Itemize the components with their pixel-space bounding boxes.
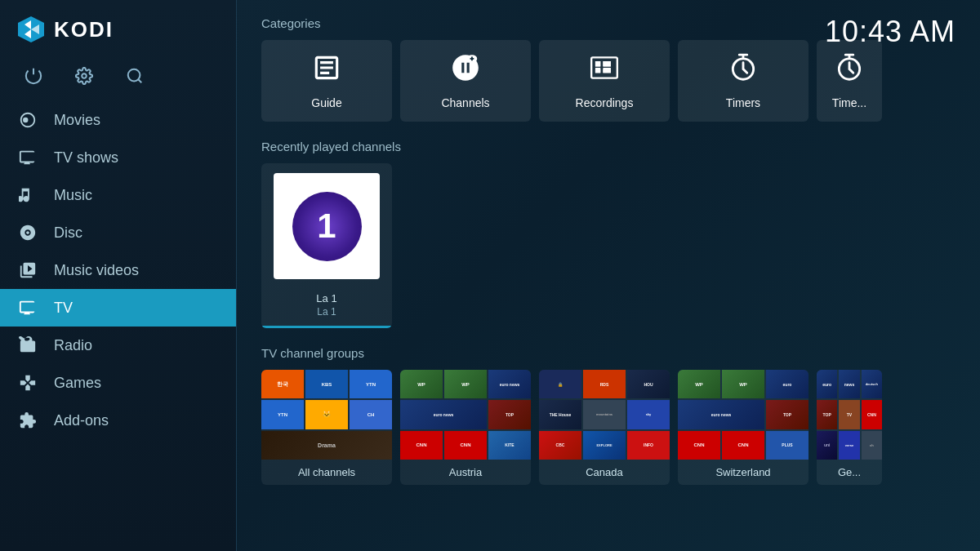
sidebar-item-radio[interactable]: Radio — [0, 327, 236, 364]
la1-name: La 1 — [316, 289, 336, 306]
guide-icon — [311, 52, 342, 90]
channels-label: Channels — [441, 96, 489, 109]
main-content: 10:43 AM Categories Guide Channels — [237, 0, 980, 551]
sidebar-item-disc[interactable]: Disc — [0, 214, 236, 251]
addons-icon — [16, 411, 39, 429]
disc-icon — [16, 224, 39, 242]
sidebar-item-musicvideos[interactable]: Music videos — [0, 251, 236, 289]
germany-thumb: euro news deutsch TOP TV CNN uni verse c… — [817, 370, 882, 460]
games-icon — [16, 374, 39, 392]
radio-icon — [16, 336, 39, 354]
radio-label: Radio — [54, 337, 92, 354]
svg-point-7 — [23, 118, 28, 122]
tv-groups-row: 한국 KBS YTN YTN 🐱 CH Drama All channels W… — [261, 370, 956, 485]
sidebar-item-tv[interactable]: TV — [0, 289, 236, 327]
clock-display: 10:43 AM — [825, 15, 956, 49]
category-recordings[interactable]: Recordings — [539, 40, 670, 122]
musicvideos-icon — [16, 261, 39, 279]
timers2-label: Time... — [832, 96, 866, 109]
sidebar-item-games[interactable]: Games — [0, 364, 236, 402]
channels-icon — [450, 52, 481, 90]
svg-rect-13 — [603, 69, 611, 73]
music-icon — [16, 186, 39, 204]
recordings-label: Recordings — [576, 96, 634, 109]
canada-label: Canada — [586, 460, 623, 485]
sidebar: KODI Movies — [0, 0, 237, 551]
la1-progress-bar — [261, 326, 392, 328]
group-card-switzerland[interactable]: WP WP euro euro news TOP CNN CNN PLUS Sw… — [678, 370, 808, 485]
austria-thumb: WP WP euro news euro news TOP CNN CNN KI… — [400, 370, 531, 460]
tvshows-label: TV shows — [54, 149, 118, 167]
logo-area: KODI — [0, 0, 236, 59]
all-channels-label: All channels — [298, 460, 355, 485]
group-card-germany[interactable]: euro news deutsch TOP TV CNN uni verse c… — [817, 370, 882, 485]
la1-thumbnail: 1 — [274, 173, 380, 279]
movies-label: Movies — [54, 112, 100, 129]
switzerland-label: Switzerland — [715, 460, 770, 485]
games-label: Games — [54, 375, 101, 392]
category-timers[interactable]: Timers — [678, 40, 808, 122]
group-card-canada[interactable]: 🔒 RDS HOU THE House mountains sky CBC EX… — [539, 370, 670, 485]
recently-played-row: 1 La 1 La 1 — [261, 163, 956, 328]
recordings-icon — [589, 52, 620, 90]
germany-label: Ge... — [838, 460, 861, 485]
music-label: Music — [54, 187, 92, 204]
switzerland-thumb: WP WP euro euro news TOP CNN CNN PLUS — [678, 370, 808, 460]
group-card-austria[interactable]: WP WP euro news euro news TOP CNN CNN KI… — [400, 370, 531, 485]
categories-row: Guide Channels — [261, 40, 956, 122]
musicvideos-label: Music videos — [54, 262, 139, 279]
category-timers2[interactable]: Time... — [817, 40, 882, 122]
la1-subname: La 1 — [317, 306, 336, 326]
svg-rect-12 — [603, 61, 611, 66]
timers2-icon — [834, 52, 865, 90]
tv-groups-title: TV channel groups — [261, 346, 956, 360]
guide-label: Guide — [311, 96, 341, 109]
group-card-all[interactable]: 한국 KBS YTN YTN 🐱 CH Drama All channels — [261, 370, 392, 485]
tv-label: TV — [54, 300, 73, 317]
svg-rect-11 — [595, 69, 600, 73]
top-icons-bar — [0, 59, 236, 101]
austria-label: Austria — [449, 460, 482, 485]
tvshows-icon — [16, 149, 39, 167]
channel-card-la1[interactable]: 1 La 1 La 1 — [261, 163, 392, 328]
la1-number: 1 — [317, 207, 336, 246]
svg-point-4 — [82, 73, 87, 78]
sidebar-item-movies[interactable]: Movies — [0, 101, 236, 139]
canada-thumb: 🔒 RDS HOU THE House mountains sky CBC EX… — [539, 370, 670, 460]
sidebar-item-addons[interactable]: Add-ons — [0, 402, 236, 439]
svg-rect-10 — [595, 61, 600, 66]
kodi-logo-icon — [16, 15, 46, 44]
svg-point-5 — [128, 69, 140, 82]
movies-icon — [16, 111, 39, 129]
search-button[interactable] — [126, 67, 144, 85]
addons-label: Add-ons — [54, 412, 109, 429]
category-channels[interactable]: Channels — [400, 40, 531, 122]
sidebar-item-music[interactable]: Music — [0, 176, 236, 214]
all-channels-thumb: 한국 KBS YTN YTN 🐱 CH Drama — [261, 370, 392, 460]
category-guide[interactable]: Guide — [261, 40, 392, 122]
svg-line-6 — [138, 79, 141, 82]
tv-icon — [16, 299, 39, 317]
timers-label: Timers — [726, 96, 760, 109]
recently-played-title: Recently played channels — [261, 140, 956, 153]
disc-label: Disc — [54, 224, 82, 242]
power-button[interactable] — [24, 67, 42, 85]
nav-items: Movies TV shows Music Disc — [0, 101, 236, 551]
timers-icon — [728, 52, 759, 90]
app-name: KODI — [54, 17, 114, 42]
sidebar-item-tvshows[interactable]: TV shows — [0, 139, 236, 176]
settings-button[interactable] — [75, 67, 93, 85]
